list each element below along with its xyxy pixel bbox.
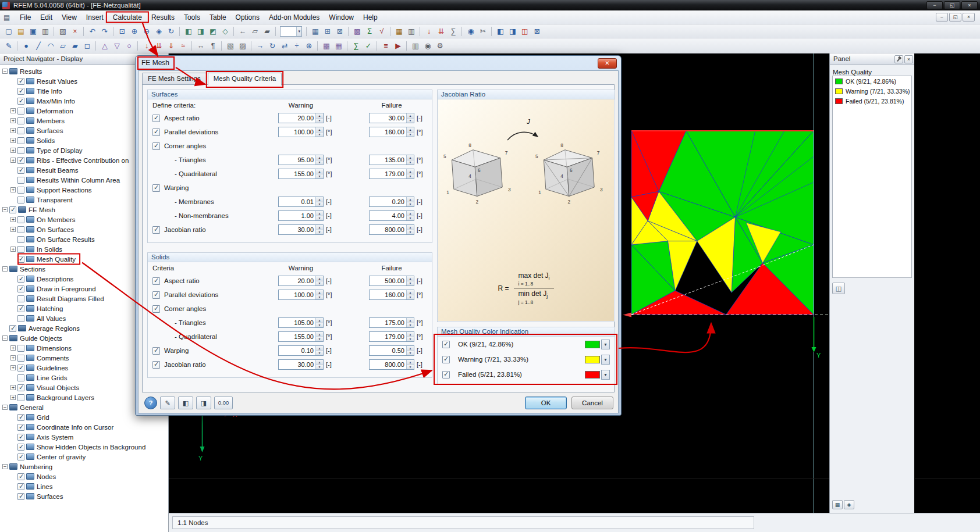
surfaces-membranes-failure[interactable]: 0.20▲▼ xyxy=(369,197,414,207)
tree-expander-dimensions[interactable]: + xyxy=(10,345,16,351)
zoom-in-button[interactable]: ⊕ xyxy=(129,26,140,37)
solids-warping-warning[interactable]: 0.10▲▼ xyxy=(278,345,324,356)
surfaces-aspect-ratio-checkbox[interactable] xyxy=(152,115,160,122)
menu-item-calculate[interactable]: Calculate xyxy=(108,13,147,22)
surfaces-jacobian-ratio-failure-value[interactable]: 800.00 xyxy=(370,225,406,234)
result-diagrams-button[interactable]: ≡ xyxy=(380,40,392,52)
tree-item-axis-system[interactable]: Axis System xyxy=(0,432,168,442)
surfaces-triangles-failure-up-icon[interactable]: ▲ xyxy=(407,155,414,160)
solids-triangles-failure-value[interactable]: 175.00 xyxy=(370,318,406,327)
solids-jacobian-ratio-failure-up-icon[interactable]: ▲ xyxy=(407,360,414,365)
surfaces-membranes-warning-down-icon[interactable]: ▼ xyxy=(316,202,323,207)
solids-aspect-ratio-warning-up-icon[interactable]: ▲ xyxy=(316,276,323,281)
surfaces-quadrilateral-warning-down-icon[interactable]: ▼ xyxy=(316,174,323,179)
solids-aspect-ratio-warning-value[interactable]: 20.00 xyxy=(279,276,315,285)
mirror-button[interactable]: ⇄ xyxy=(279,40,290,52)
solids-triangles-failure-up-icon[interactable]: ▲ xyxy=(407,318,414,323)
solids-parallel-deviations-failure-up-icon[interactable]: ▲ xyxy=(407,290,414,295)
view-in-x-button[interactable]: ◧ xyxy=(183,26,194,37)
surfaces-aspect-ratio-failure-up-icon[interactable]: ▲ xyxy=(407,113,414,119)
ok-9-21-42-86-checkbox[interactable] xyxy=(442,341,450,348)
warning-7-21-33-33-color-swatch[interactable] xyxy=(585,356,600,363)
rotate-view-button[interactable]: ↻ xyxy=(165,26,177,37)
tree-expander-surfaces[interactable]: + xyxy=(10,128,16,133)
surfaces-quadrilateral-failure-down-icon[interactable]: ▼ xyxy=(407,174,414,179)
solids-warping-failure-value[interactable]: 0.50 xyxy=(370,346,406,355)
tree-checkbox-support-reactions[interactable] xyxy=(17,187,24,194)
solids-aspect-ratio-failure-value[interactable]: 500.00 xyxy=(370,276,406,285)
menu-item-results[interactable]: Results xyxy=(147,13,179,22)
surfaces-aspect-ratio-warning-value[interactable]: 20.00 xyxy=(279,113,315,123)
mesh-refinement-button[interactable]: ▦ xyxy=(333,40,345,52)
solids-parallel-deviations-checkbox[interactable] xyxy=(152,291,160,299)
tree-checkbox-visual-objects[interactable] xyxy=(17,384,24,391)
tree-checkbox-comments[interactable] xyxy=(17,355,24,362)
tree-checkbox-dimensions[interactable] xyxy=(17,345,24,352)
surfaces-non-membranes-failure-value[interactable]: 4.00 xyxy=(370,211,406,220)
solids-warping-checkbox[interactable] xyxy=(152,347,160,355)
surfaces-aspect-ratio-failure-value[interactable]: 30.00 xyxy=(370,113,406,123)
combinations-button[interactable]: ∑ xyxy=(448,26,459,37)
tree-item-coordinate-info-on-cursor[interactable]: Coordinate Info on Cursor xyxy=(0,422,168,432)
surfaces-quadrilateral-warning[interactable]: 155.00▲▼ xyxy=(278,169,324,179)
tree-expander-deformation[interactable]: + xyxy=(10,108,16,113)
surfaces-parallel-deviations-failure[interactable]: 160.00▲▼ xyxy=(369,127,414,137)
undo-button[interactable]: ↶ xyxy=(87,26,98,37)
nodal-load-button[interactable]: ↓ xyxy=(141,40,152,52)
restore-button[interactable]: ◱ xyxy=(944,1,960,9)
solids-quadrilateral-failure-value[interactable]: 179.00 xyxy=(370,332,406,341)
surfaces-parallel-deviations-checkbox[interactable] xyxy=(152,128,160,136)
solids-warping-failure-up-icon[interactable]: ▲ xyxy=(407,346,414,351)
tree-checkbox-result-diagrams-filled[interactable] xyxy=(17,295,24,302)
tree-item-center-of-gravity[interactable]: Center of gravity xyxy=(0,452,168,462)
print-button[interactable]: ▥ xyxy=(40,26,51,37)
surfaces-jacobian-ratio-warning-down-icon[interactable]: ▼ xyxy=(316,230,323,235)
tree-expander-comments[interactable]: + xyxy=(10,355,16,360)
tree-checkbox-mesh-quality[interactable] xyxy=(17,256,24,263)
ok-9-21-42-86-color-dropdown[interactable]: ▼ xyxy=(601,340,610,349)
tree-checkbox-title-info[interactable] xyxy=(17,88,24,95)
nodal-support-button[interactable]: △ xyxy=(99,40,111,52)
line-button[interactable]: ╱ xyxy=(33,40,44,52)
surfaces-aspect-ratio-warning-down-icon[interactable]: ▼ xyxy=(316,119,323,123)
select-all-button[interactable]: ▧ xyxy=(225,40,236,52)
surfaces-parallel-deviations-failure-value[interactable]: 160.00 xyxy=(370,127,406,137)
menu-item-help[interactable]: Help xyxy=(358,13,382,22)
menu-item-view[interactable]: View xyxy=(57,13,81,22)
tree-expander-members[interactable]: + xyxy=(10,118,16,123)
surfaces-jacobian-ratio-failure-down-icon[interactable]: ▼ xyxy=(407,230,414,235)
surfaces-triangles-failure-value[interactable]: 135.00 xyxy=(370,155,406,165)
mesh-quality-view[interactable] xyxy=(631,131,814,315)
surfaces-non-membranes-failure-up-icon[interactable]: ▲ xyxy=(407,211,414,216)
member-hinge-button[interactable]: ○ xyxy=(123,40,135,52)
solids-quadrilateral-warning[interactable]: 155.00▲▼ xyxy=(278,331,324,342)
new-model-button[interactable]: ▢ xyxy=(3,26,15,37)
tree-checkbox-draw-in-foreground[interactable] xyxy=(17,285,24,292)
tree-expander-guide-objects[interactable]: − xyxy=(2,335,8,341)
surfaces-parallel-deviations-failure-up-icon[interactable]: ▲ xyxy=(407,127,414,133)
solids-parallel-deviations-warning-value[interactable]: 100.00 xyxy=(279,290,315,299)
mdi-close-button[interactable]: × xyxy=(963,13,975,22)
tree-checkbox-on-surface-results[interactable] xyxy=(17,236,24,243)
tree-expander-guidelines[interactable]: + xyxy=(10,365,16,370)
imperfection-button[interactable]: ≈ xyxy=(177,40,189,52)
solid-button[interactable]: ▰ xyxy=(69,40,81,52)
tree-expander-solids[interactable]: + xyxy=(10,138,16,143)
show-grid-button[interactable]: ▦ xyxy=(310,26,321,37)
opening-button[interactable]: ◻ xyxy=(81,40,93,52)
surfaces-aspect-ratio-warning-up-icon[interactable]: ▲ xyxy=(316,113,323,119)
solids-jacobian-ratio-warning-down-icon[interactable]: ▼ xyxy=(316,365,323,370)
pin-icon[interactable] xyxy=(894,55,903,63)
animate-results-button[interactable]: ▶ xyxy=(392,40,404,52)
surfaces-non-membranes-warning-down-icon[interactable]: ▼ xyxy=(316,216,323,221)
tables-button[interactable]: ▦ xyxy=(393,26,405,37)
mesh-settings-button[interactable]: ▩ xyxy=(321,40,332,52)
toggle-tables-button[interactable]: ◨ xyxy=(507,26,519,37)
tree-checkbox-result-values[interactable] xyxy=(17,78,24,85)
dialog-close-icon[interactable]: ✕ xyxy=(598,58,617,69)
solids-warping-warning-value[interactable]: 0.10 xyxy=(279,346,315,355)
surfaces-parallel-deviations-warning-down-icon[interactable]: ▼ xyxy=(316,133,323,137)
tree-checkbox-nodes[interactable] xyxy=(17,473,24,480)
surfaces-jacobian-ratio-warning-value[interactable]: 30.00 xyxy=(279,225,315,234)
warning-7-21-33-33-checkbox[interactable] xyxy=(442,356,450,363)
